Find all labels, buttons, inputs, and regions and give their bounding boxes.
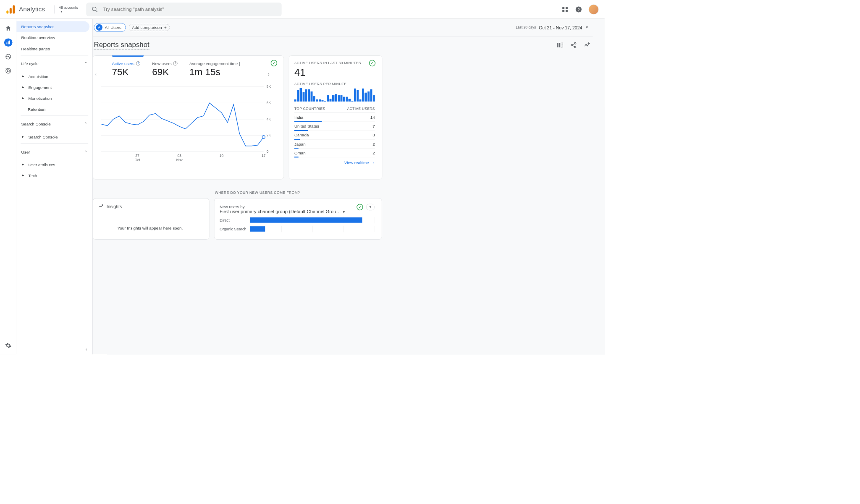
metric-label: New users	[152, 61, 171, 66]
per-minute-title: ACTIVE USERS PER MINUTE	[294, 82, 375, 86]
svg-rect-19	[561, 43, 563, 47]
svg-line-4	[95, 10, 97, 12]
account-selector[interactable]: All accounts ▼	[59, 5, 78, 13]
user-count: 7	[372, 124, 375, 128]
svg-text:17: 17	[262, 154, 266, 158]
customize-icon[interactable]	[557, 42, 563, 48]
spark-bar	[300, 88, 302, 101]
help-icon: ?	[173, 61, 178, 65]
svg-rect-0	[6, 10, 8, 13]
chevron-up-icon: ⌃	[84, 61, 87, 66]
metric-new-users[interactable]: New users?69K	[152, 61, 178, 78]
apps-icon[interactable]	[561, 6, 569, 13]
filter-bar: A All Users Add comparison + Last 28 day…	[93, 19, 593, 36]
search-input[interactable]	[103, 7, 276, 12]
table-row[interactable]: Canada3	[294, 131, 375, 139]
sidebar-item-realtime-overview[interactable]: Realtime overview	[16, 32, 89, 43]
divider	[54, 5, 55, 13]
rail-home-icon[interactable]	[4, 24, 12, 33]
spark-bar	[346, 97, 348, 102]
channel-row: Organic Search	[220, 226, 375, 232]
analytics-logo-icon	[6, 5, 15, 14]
svg-point-25	[586, 44, 587, 45]
rail-advertising-icon[interactable]	[4, 67, 12, 75]
sidebar: Reports snapshotRealtime overviewRealtim…	[16, 19, 92, 354]
svg-line-24	[573, 45, 575, 47]
sidebar-item-acquisition[interactable]: ▶Acquisition	[16, 71, 92, 82]
rail-explore-icon[interactable]	[4, 52, 12, 61]
date-range-label: Oct 21 - Nov 17, 2024	[539, 25, 582, 30]
country-label: Japan	[294, 141, 306, 146]
spark-bar	[311, 91, 313, 102]
rail-reports-icon[interactable]	[4, 38, 12, 47]
chevron-up-icon: ⌃	[84, 149, 87, 154]
country-label: United States	[294, 124, 319, 128]
channels-kicker: New users by	[220, 204, 245, 209]
channels-options[interactable]: ✓ ▼	[357, 204, 375, 210]
view-realtime-link[interactable]: View realtime →	[294, 160, 375, 165]
channel-label: Direct	[220, 218, 250, 222]
svg-line-23	[573, 44, 575, 45]
chevron-down-icon: ▼	[60, 10, 78, 13]
sidebar-item-monetization[interactable]: ▶Monetization	[16, 93, 92, 104]
user-avatar[interactable]	[589, 4, 599, 14]
section-header: WHERE DO YOUR NEW USERS COME FROM?	[93, 191, 593, 195]
svg-text:8K: 8K	[267, 84, 271, 89]
check-icon: ✓	[369, 60, 375, 66]
chevron-down-icon[interactable]: ▼	[342, 210, 346, 214]
chevron-down-icon: ▼	[585, 25, 588, 29]
sidebar-group-search-console[interactable]: Search Console⌃	[16, 117, 92, 131]
realtime-value: 41	[294, 67, 375, 78]
svg-text:2K: 2K	[267, 133, 271, 137]
table-row[interactable]: Japan2	[294, 140, 375, 149]
channel-bar-track	[250, 217, 375, 223]
spark-bar	[324, 101, 326, 101]
sidebar-item-user-attributes[interactable]: ▶User attributes	[16, 159, 92, 170]
segment-chip[interactable]: A All Users	[94, 23, 126, 32]
collapse-sidebar-button[interactable]: ‹	[86, 347, 87, 352]
metric-label: Average engagement time |	[189, 61, 240, 66]
channels-title: First user primary channel group (Defaul…	[220, 209, 341, 214]
search-field[interactable]	[86, 3, 281, 16]
sidebar-item-realtime-pages[interactable]: Realtime pages	[16, 43, 89, 54]
metric-active-users[interactable]: Active users?75K	[112, 61, 140, 78]
sidebar-item-label: User attributes	[28, 162, 55, 167]
sidebar-item-tech[interactable]: ▶Tech	[16, 170, 92, 181]
sidebar-item-search-console[interactable]: ▶Search Console	[16, 131, 92, 142]
spark-bar	[354, 89, 356, 102]
spark-bar	[305, 89, 307, 102]
insights-icon[interactable]	[584, 42, 590, 48]
page-title: Reports snapshot	[94, 40, 149, 50]
sidebar-item-retention[interactable]: Retention	[16, 104, 92, 115]
insights-title: Insights	[107, 204, 122, 209]
chevron-left-icon[interactable]: ‹	[95, 71, 97, 77]
metric-average-engagement-time[interactable]: Average engagement time |1m 15s	[189, 61, 240, 78]
svg-point-43	[262, 136, 265, 138]
user-count: 14	[370, 115, 375, 120]
chevron-down-icon: ▼	[366, 204, 375, 210]
date-range-picker[interactable]: Last 28 days Oct 21 - Nov 17, 2024 ▼	[516, 25, 588, 30]
main-content: A All Users Add comparison + Last 28 day…	[93, 19, 605, 354]
triangle-right-icon: ▶	[22, 174, 24, 177]
sidebar-item-label: Acquisition	[28, 74, 48, 78]
share-icon[interactable]	[570, 42, 577, 48]
sidebar-item-reports-snapshot[interactable]: Reports snapshot	[16, 21, 89, 32]
sidebar-item-engagement[interactable]: ▶Engagement	[16, 82, 92, 93]
spark-bar	[330, 99, 332, 101]
svg-rect-6	[566, 7, 568, 9]
help-icon[interactable]: ?	[575, 6, 582, 13]
triangle-right-icon: ▶	[22, 135, 24, 138]
country-label: Canada	[294, 133, 309, 137]
sidebar-group-life-cycle[interactable]: Life cycle⌃	[16, 57, 92, 71]
svg-text:0: 0	[267, 149, 269, 154]
view-realtime-label: View realtime	[344, 160, 369, 165]
table-row[interactable]: India14	[294, 113, 375, 122]
sidebar-group-user[interactable]: User⌃	[16, 145, 92, 159]
table-row[interactable]: United States7	[294, 122, 375, 131]
table-header-users: ACTIVE USERS	[347, 107, 375, 111]
add-comparison-button[interactable]: Add comparison +	[129, 24, 170, 31]
table-row[interactable]: Oman2	[294, 149, 375, 157]
rail-admin-icon[interactable]	[4, 341, 12, 350]
check-icon: ✓	[357, 204, 363, 210]
svg-point-20	[574, 42, 576, 44]
